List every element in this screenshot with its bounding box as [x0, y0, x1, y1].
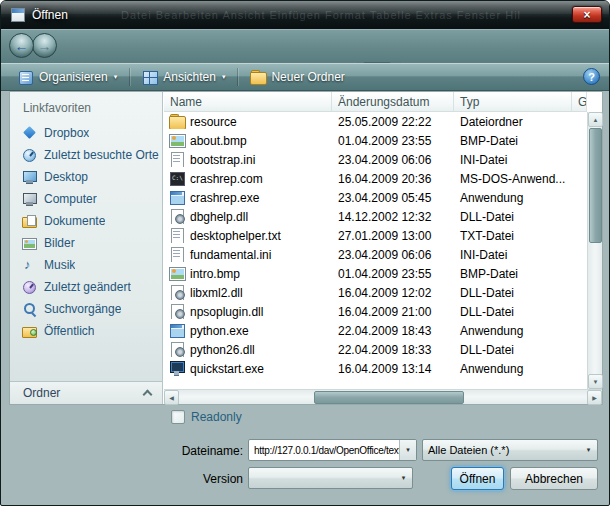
toolbar-button-organisieren[interactable]: Organisieren▾	[9, 67, 126, 87]
filename-combobox[interactable]: http://127.0.0.1/dav/OpenOffice/text.odt…	[248, 439, 417, 461]
sidebar-item-oeffentlich[interactable]: Öffentlich	[10, 320, 162, 342]
column-header-typ[interactable]: Typ	[454, 92, 572, 111]
file-date: 01.04.2009 23:55	[332, 267, 454, 281]
sidebar-item-zuletzt-besuchte-orte[interactable]: Zuletzt besuchte Orte	[10, 144, 162, 166]
file-type: MS-DOS-Anwend...	[454, 172, 572, 186]
file-date: 01.04.2009 23:55	[332, 134, 454, 148]
sidebar-header: Linkfavoriten	[10, 92, 162, 122]
file-name-cell: intro.bmp	[164, 266, 332, 281]
file-name-cell: python26.dll	[164, 342, 332, 357]
version-combobox[interactable]: ▾	[248, 467, 413, 489]
file-type: INI-Datei	[454, 248, 572, 262]
file-row-about-bmp[interactable]: about.bmp01.04.2009 23:55BMP-Datei	[164, 131, 587, 150]
file-row-intro-bmp[interactable]: intro.bmp01.04.2009 23:55BMP-Datei	[164, 264, 587, 283]
sidebar-item-dropbox[interactable]: Dropbox	[10, 122, 162, 144]
file-row-crashrep-com[interactable]: crashrep.com16.04.2009 20:36MS-DOS-Anwen…	[164, 169, 587, 188]
txt-icon	[169, 228, 185, 243]
horizontal-scroll-thumb[interactable]	[314, 391, 464, 404]
column-header-label: G	[578, 95, 587, 109]
column-headers: NameÄnderungsdatumTypG	[164, 92, 587, 112]
column-header-name[interactable]: Name	[164, 92, 332, 111]
scroll-right-button[interactable]: ▶	[587, 390, 602, 405]
favorites-sidebar: Linkfavoriten DropboxZuletzt besuchte Or…	[10, 92, 163, 404]
scroll-up-button[interactable]: ▲	[588, 112, 603, 127]
file-row-python-exe[interactable]: python.exe22.04.2009 18:43Anwendung	[164, 321, 587, 340]
file-row-crashrep-exe[interactable]: crashrep.exe23.04.2009 05:45Anwendung	[164, 188, 587, 207]
file-date: 16.04.2009 13:14	[332, 362, 454, 376]
file-type: Dateiordner	[454, 115, 572, 129]
msdos-icon	[169, 171, 185, 186]
desktop-icon	[22, 170, 37, 184]
vertical-scrollbar[interactable]: ▲ ▼	[587, 112, 602, 389]
file-row-python26-dll[interactable]: python26.dll22.04.2009 18:33DLL-Datei	[164, 340, 587, 359]
column-header-aenderungsdatum[interactable]: Änderungsdatum	[332, 92, 454, 111]
version-dropdown-button[interactable]: ▾	[395, 468, 412, 488]
title-bar[interactable]: Datei Bearbeiten Ansicht Einfügen Format…	[1, 1, 609, 29]
dll-icon	[169, 209, 185, 224]
file-row-quickstart-exe[interactable]: quickstart.exe16.04.2009 13:14Anwendung	[164, 359, 587, 378]
back-button[interactable]: ←	[9, 33, 34, 58]
close-button[interactable]: ×	[572, 6, 602, 23]
sidebar-item-label: Computer	[44, 192, 97, 206]
file-type: Anwendung	[454, 324, 572, 338]
sidebar-item-label: Dropbox	[44, 126, 89, 140]
scroll-left-button[interactable]: ◀	[164, 390, 179, 405]
cancel-button[interactable]: Abbrechen	[510, 467, 598, 490]
file-name-cell: python.exe	[164, 323, 332, 338]
file-row-dbghelp-dll[interactable]: dbghelp.dll14.12.2002 12:32DLL-Datei	[164, 207, 587, 226]
scroll-down-button[interactable]: ▼	[588, 374, 603, 389]
filename-dropdown-button[interactable]: ▾	[399, 440, 416, 460]
file-row-npsoplugin-dll[interactable]: npsoplugin.dll16.04.2009 21:00DLL-Datei	[164, 302, 587, 321]
filename-value[interactable]: http://127.0.0.1/dav/OpenOffice/text.odt	[249, 445, 399, 456]
sidebar-item-suchvorgaenge[interactable]: Suchvorgänge	[10, 298, 162, 320]
window-title: Öffnen	[32, 8, 68, 22]
folders-expander[interactable]: Ordner	[10, 381, 162, 404]
toolbar-separator	[237, 68, 238, 86]
file-type: DLL-Datei	[454, 305, 572, 319]
file-type: TXT-Datei	[454, 229, 572, 243]
folders-expander-label: Ordner	[23, 386, 60, 400]
sidebar-item-bilder[interactable]: Bilder	[10, 232, 162, 254]
file-date: 23.04.2009 06:06	[332, 153, 454, 167]
horizontal-scrollbar[interactable]: ◀ ▶	[164, 389, 602, 404]
filetype-combobox[interactable]: Alle Dateien (*.*) ▾	[422, 439, 598, 461]
file-type: Anwendung	[454, 362, 572, 376]
file-row-resource[interactable]: resource25.05.2009 22:22Dateiordner	[164, 112, 587, 131]
column-header-g[interactable]: G	[572, 92, 587, 111]
sidebar-item-computer[interactable]: Computer	[10, 188, 162, 210]
forward-button[interactable]: →	[32, 33, 57, 58]
file-name: fundamental.ini	[190, 248, 271, 262]
file-name: libxml2.dll	[190, 286, 243, 300]
readonly-checkbox[interactable]	[171, 410, 185, 424]
file-name-cell: crashrep.exe	[164, 190, 332, 205]
file-row-fundamental-ini[interactable]: fundamental.ini23.04.2009 06:06INI-Datei	[164, 245, 587, 264]
file-type: BMP-Datei	[454, 267, 572, 281]
file-name-cell: dbghelp.dll	[164, 209, 332, 224]
filetype-dropdown-button[interactable]: ▾	[580, 440, 597, 460]
file-date: 23.04.2009 06:06	[332, 248, 454, 262]
sidebar-item-zuletzt-geaendert[interactable]: Zuletzt geändert	[10, 276, 162, 298]
file-date: 27.01.2009 13:00	[332, 229, 454, 243]
sidebar-item-dokumente[interactable]: Dokumente	[10, 210, 162, 232]
file-type: BMP-Datei	[454, 134, 572, 148]
file-name: crashrep.com	[190, 172, 263, 186]
file-row-libxml2-dll[interactable]: libxml2.dll16.04.2009 12:02DLL-Datei	[164, 283, 587, 302]
file-date: 22.04.2009 18:43	[332, 324, 454, 338]
recent-places-icon	[22, 148, 37, 162]
column-header-label: Änderungsdatum	[338, 95, 429, 109]
chevron-down-icon: ▾	[114, 73, 118, 81]
file-row-bootstrap-ini[interactable]: bootstrap.ini23.04.2009 06:06INI-Datei	[164, 150, 587, 169]
toolbar-button-neuer-ordner[interactable]: Neuer Ordner	[241, 67, 353, 87]
organize-icon	[18, 70, 34, 84]
sidebar-item-musik[interactable]: Musik	[10, 254, 162, 276]
sidebar-item-desktop[interactable]: Desktop	[10, 166, 162, 188]
help-button[interactable]: ?	[583, 68, 600, 85]
open-button[interactable]: Öffnen	[451, 467, 504, 490]
readonly-label[interactable]: Readonly	[191, 410, 242, 424]
vertical-scroll-thumb[interactable]	[589, 128, 602, 243]
file-row-desktophelper-txt[interactable]: desktophelper.txt27.01.2009 13:00TXT-Dat…	[164, 226, 587, 245]
file-date: 22.04.2009 18:33	[332, 343, 454, 357]
file-type: DLL-Datei	[454, 210, 572, 224]
toolbar-button-ansichten[interactable]: Ansichten▾	[133, 67, 234, 87]
quickstart-icon	[169, 361, 185, 376]
